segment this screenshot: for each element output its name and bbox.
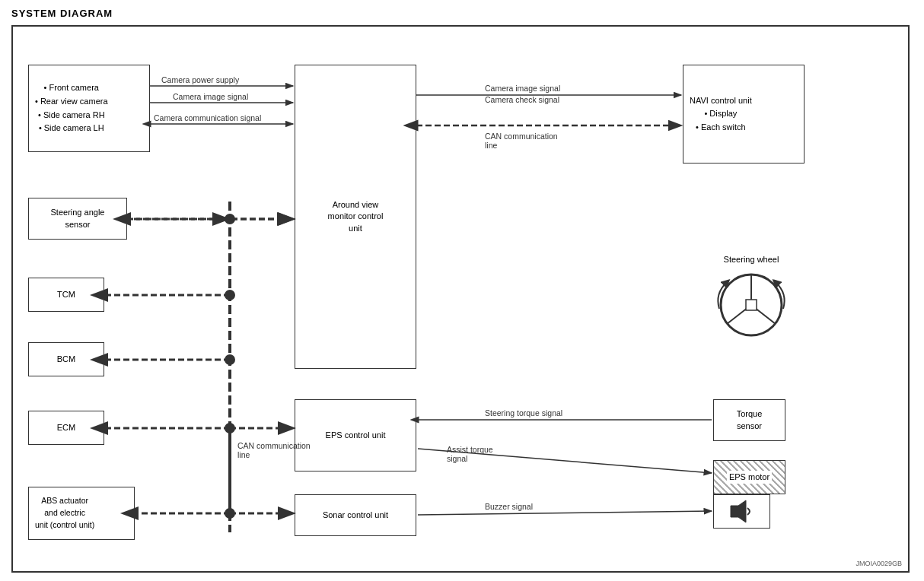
abs-box: ABS actuator and electric unit (control …	[28, 487, 135, 540]
navi-label: NAVI control unit • Display • Each switc…	[690, 94, 752, 135]
svg-text:Assist torque: Assist torque	[447, 445, 493, 454]
image-id: JMOIA0029GB	[855, 560, 902, 567]
steering-sensor-box: Steering angle sensor	[28, 198, 127, 240]
avm-label: Around view monitor control unit	[328, 199, 384, 234]
bcm-label: BCM	[57, 354, 75, 365]
svg-text:line: line	[485, 141, 498, 150]
svg-text:line: line	[237, 450, 250, 459]
sonar-label: Sonar control unit	[323, 510, 388, 521]
steering-sensor-label: Steering angle sensor	[51, 207, 105, 230]
tcm-box: TCM	[28, 278, 104, 312]
svg-point-21	[225, 214, 235, 224]
eps-motor-label: EPS motor	[727, 471, 772, 484]
page-title: SYSTEM DIAGRAM	[11, 8, 913, 19]
steering-wheel-illustration: Steering wheel	[713, 255, 789, 346]
avm-box: Around view monitor control unit	[295, 65, 416, 369]
svg-text:Camera image signal: Camera image signal	[485, 84, 560, 93]
svg-text:Buzzer signal: Buzzer signal	[485, 502, 533, 511]
camera-image-label: Camera image signal	[173, 92, 248, 101]
cameras-box: • Front camera • Rear view camera • Side…	[28, 65, 150, 152]
steering-wheel-label: Steering wheel	[713, 255, 789, 264]
camera-comm-label: Camera communication signal	[154, 113, 261, 122]
svg-text:CAN communication: CAN communication	[485, 132, 558, 141]
torque-sensor-box: Torque sensor	[713, 399, 785, 441]
bcm-box: BCM	[28, 342, 104, 376]
abs-label: ABS actuator and electric unit (control …	[35, 495, 94, 531]
svg-rect-5	[746, 300, 757, 310]
eps-motor-box: EPS motor	[713, 460, 785, 494]
svg-point-28	[225, 423, 235, 433]
buzzer-box	[713, 494, 770, 529]
svg-text:Camera check signal: Camera check signal	[485, 95, 559, 104]
svg-point-25	[225, 354, 235, 365]
steering-wheel-svg	[713, 267, 789, 343]
svg-point-23	[225, 290, 235, 300]
diagram-container: • Front camera • Rear view camera • Side…	[11, 25, 910, 573]
ecm-box: ECM	[28, 411, 104, 445]
ecm-label: ECM	[57, 422, 75, 433]
tcm-label: TCM	[57, 289, 75, 300]
sonar-box: Sonar control unit	[295, 494, 416, 536]
eps-box: EPS control unit	[295, 399, 416, 471]
svg-point-33	[225, 508, 235, 519]
eps-label: EPS control unit	[326, 430, 386, 441]
buzzer-icon	[727, 498, 757, 525]
page: SYSTEM DIAGRAM • Front camera • Rear vie…	[0, 0, 924, 580]
camera-power-label: Camera power supply	[161, 75, 240, 84]
svg-marker-0	[731, 500, 746, 522]
cameras-label: • Front camera • Rear view camera • Side…	[35, 81, 108, 135]
torque-label: Torque sensor	[737, 408, 763, 432]
svg-line-36	[418, 449, 712, 473]
svg-line-39	[418, 511, 712, 515]
navi-box: NAVI control unit • Display • Each switc…	[683, 65, 805, 164]
svg-text:signal: signal	[447, 454, 467, 463]
svg-text:Steering torque signal: Steering torque signal	[485, 408, 562, 417]
